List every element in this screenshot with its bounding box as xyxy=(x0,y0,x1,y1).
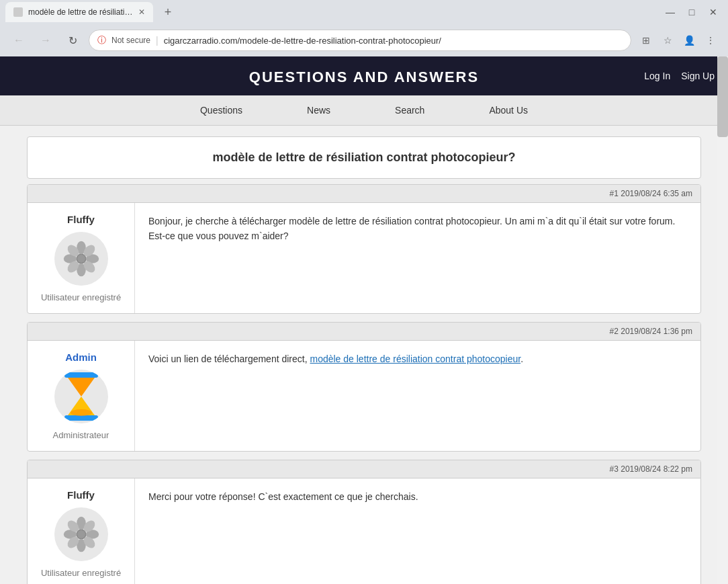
author-1-role: Utilisateur enregistré xyxy=(41,292,121,302)
address-actions: ⊞ ☆ 👤 ⋮ xyxy=(637,31,720,50)
svg-point-24 xyxy=(77,530,85,538)
post-1-body: Fluffy xyxy=(28,203,700,313)
nav-questions[interactable]: Questions xyxy=(195,102,248,118)
security-label: Not secure xyxy=(111,36,150,45)
bookmark-button[interactable]: ☆ xyxy=(658,31,677,50)
post-1-header: #1 2019/08/24 6:35 am xyxy=(28,185,700,203)
post-2-meta: #2 2019/08/24 1:36 pm xyxy=(610,327,692,336)
new-tab-button[interactable]: + xyxy=(158,3,177,22)
author-1-name: Fluffy xyxy=(67,214,95,225)
site-header: QUESTIONS AND ANSWERS Log In Sign Up xyxy=(0,56,728,95)
menu-button[interactable]: ⋮ xyxy=(701,31,720,50)
svg-marker-12 xyxy=(68,378,95,397)
address-bar[interactable]: ⓘ Not secure | cigarczarradio.com/modele… xyxy=(89,30,631,51)
post-1: #1 2019/08/24 6:35 am Fluffy xyxy=(27,184,701,314)
nav-news[interactable]: News xyxy=(302,102,336,118)
browser-window: modèle de lettre de résiliation c... ✕ +… xyxy=(0,0,728,56)
post-3-body: Fluffy xyxy=(28,478,700,584)
author-3-role: Utilisateur enregistré xyxy=(41,568,121,578)
svg-rect-11 xyxy=(64,415,98,421)
page-title: modèle de lettre de résiliation contrat … xyxy=(212,151,515,164)
website: QUESTIONS AND ANSWERS Log In Sign Up Que… xyxy=(0,56,728,584)
flower-icon-2 xyxy=(61,514,101,554)
scrollbar-thumb[interactable] xyxy=(717,56,728,137)
author-2-name: Admin xyxy=(65,351,97,363)
svg-rect-10 xyxy=(64,372,98,378)
post-2: #2 2019/08/24 1:36 pm Admin xyxy=(27,322,701,452)
tab-title: modèle de lettre de résiliation c... xyxy=(28,7,133,17)
minimize-button[interactable]: — xyxy=(661,3,680,22)
nav-search[interactable]: Search xyxy=(390,102,430,118)
author-3-name: Fluffy xyxy=(67,489,95,501)
tab-favicon xyxy=(13,7,23,17)
titlebar-controls: — □ ✕ xyxy=(661,3,723,22)
separator: | xyxy=(156,35,158,46)
close-button[interactable]: ✕ xyxy=(704,3,723,22)
post-3-header: #3 2019/08/24 8:22 pm xyxy=(28,460,700,478)
hourglass-icon xyxy=(61,370,101,423)
header-actions: Log In Sign Up xyxy=(644,56,715,95)
post-1-author: Fluffy xyxy=(28,203,135,313)
main-content: modèle de lettre de résiliation contrat … xyxy=(0,126,728,584)
post-3-meta: #3 2019/08/24 8:22 pm xyxy=(610,464,692,474)
post-1-content: Bonjour, je cherche à télécharger modèle… xyxy=(135,203,700,313)
scrollbar[interactable] xyxy=(717,56,728,584)
author-1-avatar xyxy=(54,232,108,286)
post-2-header: #2 2019/08/24 1:36 pm xyxy=(28,323,700,341)
author-2-avatar xyxy=(54,370,108,423)
back-button[interactable]: ← xyxy=(8,30,30,51)
svg-point-9 xyxy=(77,255,85,263)
signup-link[interactable]: Sign Up xyxy=(681,71,715,81)
site-title: QUESTIONS AND ANSWERS xyxy=(249,69,479,85)
url-text: cigarczarradio.com/modele-de-lettre-de-r… xyxy=(164,36,623,46)
post-3-content: Merci pour votre réponse! C`est exacteme… xyxy=(135,478,700,584)
translate-button[interactable]: ⊞ xyxy=(637,31,655,50)
browser-tab[interactable]: modèle de lettre de résiliation c... ✕ xyxy=(5,2,153,22)
download-link[interactable]: modèle de lettre de résiliation contrat … xyxy=(310,353,520,364)
post-1-meta: #1 2019/08/24 6:35 am xyxy=(610,189,692,198)
flower-icon xyxy=(61,239,101,279)
tab-close-button[interactable]: ✕ xyxy=(138,7,145,17)
author-3-avatar xyxy=(54,507,108,561)
post-3-author: Fluffy xyxy=(28,478,135,584)
forward-button[interactable]: → xyxy=(35,30,56,51)
maximize-button[interactable]: □ xyxy=(682,3,701,22)
security-icon: ⓘ xyxy=(97,34,106,46)
profile-button[interactable]: 👤 xyxy=(680,31,698,50)
browser-addressbar: ← → ↻ ⓘ Not secure | cigarczarradio.com/… xyxy=(0,24,728,56)
page-title-card: modèle de lettre de résiliation contrat … xyxy=(27,136,701,179)
browser-titlebar: modèle de lettre de résiliation c... ✕ +… xyxy=(0,0,728,24)
svg-point-14 xyxy=(71,409,92,416)
author-2-role: Administrateur xyxy=(53,430,109,440)
post-2-author: Admin xyxy=(28,341,135,451)
post-2-body: Admin xyxy=(28,341,700,451)
post-2-content: Voici un lien de téléchargement direct, … xyxy=(135,341,700,451)
reload-button[interactable]: ↻ xyxy=(62,30,83,51)
login-link[interactable]: Log In xyxy=(644,71,670,81)
nav-about[interactable]: About Us xyxy=(484,102,533,118)
site-nav: Questions News Search About Us xyxy=(0,95,728,126)
post-3: #3 2019/08/24 8:22 pm Fluffy xyxy=(27,460,701,584)
